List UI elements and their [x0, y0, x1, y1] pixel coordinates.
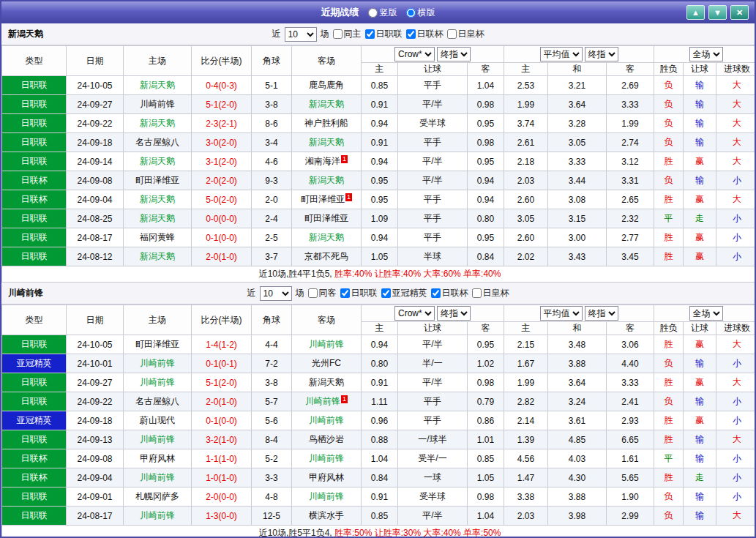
away-team-cell: 新潟天鹅: [292, 133, 362, 152]
competition-filter[interactable]: 亚冠精英: [381, 287, 427, 299]
competition-checkbox[interactable]: [340, 288, 350, 298]
team-link[interactable]: 川崎前锋: [140, 434, 175, 444]
team-link[interactable]: 湘南海洋: [305, 156, 340, 166]
competition-filter[interactable]: 日皇杯: [447, 28, 484, 40]
recent-results-window: 近期战绩 竖版 横版 ▲ ▼ ✕ 新潟天鹅 近 10 场: [0, 0, 756, 538]
team-link[interactable]: 甲府风林: [140, 453, 175, 463]
team-link[interactable]: 鸟栖沙岩: [309, 434, 344, 444]
recent-count-select[interactable]: 10: [260, 286, 292, 301]
competition-checkbox[interactable]: [431, 288, 441, 298]
team-link[interactable]: 新潟天鹅: [140, 118, 175, 128]
matches-table: 类型 日期 主场 比分(半场) 角球 客场 Crow* 终指 平均值 终指: [1, 305, 756, 538]
team-link[interactable]: 町田泽维亚: [135, 175, 179, 185]
result-wdl: 胜: [654, 430, 684, 449]
close-button[interactable]: ✕: [730, 5, 749, 20]
summary-rates: 胜率:40% 让胜率:40% 大率:60% 单率:40%: [334, 269, 501, 279]
asia-odds-stage-select[interactable]: 终指: [437, 306, 471, 321]
asia-odds-stage-select[interactable]: 终指: [437, 47, 471, 61]
recent-count-select[interactable]: 10: [285, 27, 317, 42]
corner-cell: 4-4: [252, 335, 292, 354]
team-link[interactable]: 鹿岛鹿角: [309, 80, 344, 90]
competition-checkbox[interactable]: [406, 29, 416, 39]
horizontal-layout-option[interactable]: 横版: [406, 7, 435, 19]
col-result-wdl: 胜负: [654, 63, 684, 76]
competition-filter[interactable]: 日职联: [365, 28, 403, 40]
team-link[interactable]: 新潟天鹅: [140, 80, 175, 90]
competition-checkbox[interactable]: [472, 288, 482, 298]
euro-draw-odds: 3.43: [548, 247, 607, 266]
same-venue-filter[interactable]: 同客: [308, 287, 337, 299]
same-venue-checkbox[interactable]: [333, 29, 343, 39]
result-scope-select[interactable]: 全场: [689, 47, 723, 61]
move-down-button[interactable]: ▼: [708, 5, 727, 20]
team-link[interactable]: 新潟天鹅: [309, 175, 344, 185]
team-link[interactable]: 京都不死鸟: [304, 251, 348, 261]
team-link[interactable]: 名古屋鲸八: [135, 396, 179, 406]
team-link[interactable]: 川崎前锋: [309, 415, 344, 425]
competition-filter[interactable]: 日皇杯: [472, 287, 509, 299]
result-goals: 小: [716, 392, 756, 411]
competition-filter[interactable]: 日联杯: [431, 287, 468, 299]
team-link[interactable]: 川崎前锋: [140, 472, 175, 482]
result-scope-header: 全场: [654, 305, 756, 322]
team-link[interactable]: 新潟天鹅: [140, 194, 175, 204]
team-link[interactable]: 福冈黄蜂: [140, 232, 175, 242]
team-link[interactable]: 新潟天鹅: [140, 156, 175, 166]
same-venue-filter[interactable]: 同主: [333, 28, 362, 40]
asia-home-odds: 0.91: [362, 487, 398, 507]
team-link[interactable]: 新潟天鹅: [140, 251, 175, 261]
team-link[interactable]: 神户胜利船: [304, 118, 348, 128]
bookmaker-select[interactable]: Crow*: [394, 306, 435, 321]
competition-checkbox[interactable]: [447, 29, 457, 39]
team-link[interactable]: 新潟天鹅: [309, 137, 344, 147]
euro-source-select[interactable]: 平均值: [540, 306, 583, 321]
vertical-layout-radio[interactable]: [368, 8, 378, 18]
team-link[interactable]: 川崎前锋: [305, 396, 340, 406]
team-link[interactable]: 町田泽维亚: [301, 194, 345, 204]
horizontal-layout-radio[interactable]: [406, 8, 416, 18]
move-up-button[interactable]: ▲: [686, 5, 705, 20]
team-link[interactable]: 新潟天鹅: [140, 213, 175, 223]
team-link[interactable]: 川崎前锋: [309, 453, 344, 463]
team-link[interactable]: 蔚山现代: [140, 415, 175, 425]
team-link[interactable]: 新潟天鹅: [309, 99, 344, 109]
team-link[interactable]: 町田泽维亚: [304, 213, 348, 223]
team-link[interactable]: 川崎前锋: [140, 510, 175, 520]
team-link[interactable]: 新潟天鹅: [309, 377, 344, 387]
competition-filter[interactable]: 日职联: [340, 287, 378, 299]
col-home: 主场: [124, 46, 192, 76]
score-cell: 0-1(0-0): [192, 411, 252, 430]
euro-away-odds: 3.45: [607, 247, 654, 266]
match-row: 日职联24-09-01札幌冈萨多2-0(0-0)4-8川崎前锋0.91受半球0.…: [2, 487, 756, 507]
asia-home-odds: 0.85: [362, 76, 398, 95]
competition-checkbox[interactable]: [381, 288, 391, 298]
vertical-layout-option[interactable]: 竖版: [368, 7, 397, 19]
bookmaker-select[interactable]: Crow*: [394, 47, 435, 61]
col-result-handicap: 让球: [684, 322, 716, 335]
team-link[interactable]: 横滨水手: [309, 510, 344, 520]
competition-filter[interactable]: 日联杯: [406, 28, 444, 40]
col-home: 主场: [124, 305, 192, 335]
team-link[interactable]: 町田泽维亚: [135, 339, 179, 349]
euro-source-select[interactable]: 平均值: [540, 47, 583, 61]
competition-checkbox[interactable]: [365, 29, 375, 39]
team-link[interactable]: 川崎前锋: [309, 491, 344, 501]
team-link[interactable]: 川崎前锋: [309, 339, 344, 349]
team-link[interactable]: 光州FC: [312, 358, 341, 368]
team-link[interactable]: 川崎前锋: [140, 358, 175, 368]
team-link[interactable]: 川崎前锋: [140, 99, 175, 109]
euro-away-odds: 1.61: [607, 449, 654, 468]
euro-odds-stage-select[interactable]: 终指: [585, 47, 618, 61]
euro-odds-stage-select[interactable]: 终指: [585, 306, 618, 321]
away-team-cell: 町田泽维亚: [292, 209, 362, 228]
team-link[interactable]: 新潟天鹅: [309, 232, 344, 242]
team-link[interactable]: 名古屋鲸八: [135, 137, 179, 147]
team-link[interactable]: 札幌冈萨多: [135, 491, 179, 501]
team-link[interactable]: 甲府风林: [309, 472, 344, 482]
same-venue-checkbox[interactable]: [308, 288, 318, 298]
result-scope-select[interactable]: 全场: [689, 306, 723, 321]
team-link[interactable]: 川崎前锋: [140, 377, 175, 387]
asia-away-odds: 0.98: [468, 487, 504, 507]
col-asia-away: 客: [468, 322, 504, 335]
score-cell: 5-0(2-0): [192, 190, 252, 209]
